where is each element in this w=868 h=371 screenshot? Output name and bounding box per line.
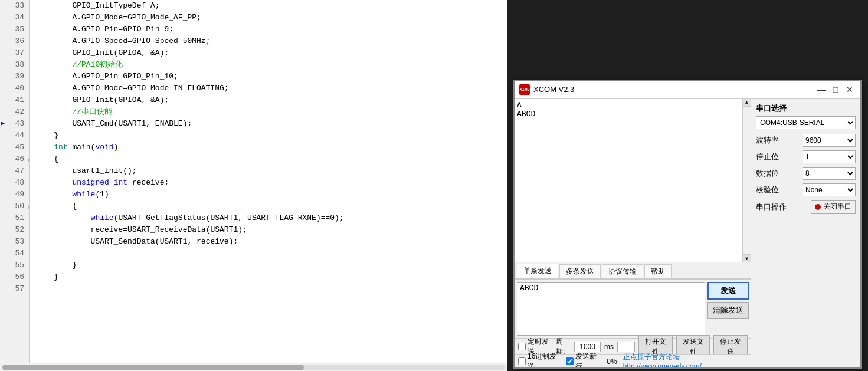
baud-label: 波特率 — [756, 135, 779, 146]
ln-51: 51 — [0, 212, 29, 224]
code-line-45: int main(void) — [35, 142, 507, 153]
ln-44: 44 — [0, 130, 29, 142]
code-line-43: USART_Cmd(USART1, ENABLE); — [35, 118, 507, 130]
serial-op-row: 串口操作 关闭串口 — [756, 200, 856, 214]
close-serial-label: 关闭串口 — [823, 202, 851, 212]
serial-select-label: 串口选择 — [756, 103, 856, 114]
serial-select[interactable]: COM4:USB-SERIAL — [756, 116, 856, 129]
code-line-51: while(USART_GetFlagStatus(USART1, USART_… — [35, 212, 507, 224]
scrollbar-track[interactable] — [2, 365, 505, 370]
ln-56: 56 — [0, 271, 29, 283]
ln-54: 54 — [0, 248, 29, 260]
progress-indicator: 0% — [607, 357, 617, 366]
code-line-35: A.GPIO_Pin=GPIO_Pin_9; — [35, 24, 507, 35]
send-button[interactable]: 发送 — [707, 282, 749, 300]
code-line-53: USART_SendData(USART1, receive); — [35, 236, 507, 248]
hex-send-label: 16进制发送 — [528, 352, 560, 368]
xcom-app-icon: ATKINCOM — [519, 84, 530, 95]
baud-row: 波特率 9600 — [756, 134, 856, 147]
newline-checkbox[interactable] — [566, 357, 574, 365]
clear-send-button[interactable]: 清除发送 — [707, 302, 749, 319]
window-controls: — □ ✕ — [815, 84, 856, 96]
code-line-54 — [35, 248, 507, 260]
close-button[interactable]: ✕ — [844, 84, 856, 96]
ln-39: 39 — [0, 71, 29, 83]
code-line-41: GPIO_Init(GPIOA, &A); — [35, 94, 507, 106]
code-line-33: GPIO_InitTypeDef A; — [35, 0, 507, 12]
ms-label: ms — [604, 343, 614, 351]
ln-45: 45 — [0, 142, 29, 153]
minimize-button[interactable]: — — [815, 84, 827, 96]
receive-text-abcd: ABCD — [517, 110, 748, 119]
hex-send-group: 16进制发送 — [518, 352, 560, 368]
ln-37: 37 — [0, 47, 29, 59]
code-line-44: } — [35, 130, 507, 142]
data-label: 数据位 — [756, 168, 779, 179]
data-select[interactable]: 8 — [803, 167, 856, 180]
timed-send-checkbox[interactable] — [518, 343, 526, 350]
ln-55: 55 — [0, 260, 29, 271]
ln-33: 33 — [0, 0, 29, 12]
newline-label: 发送新行 — [575, 352, 601, 368]
tab-single-send[interactable]: 单条发送 — [517, 264, 558, 278]
scrollbar-thumb[interactable] — [2, 365, 304, 370]
close-serial-button[interactable]: 关闭串口 — [811, 200, 856, 214]
xcom-body: A ABCD ▲ ▼ 单条发送 多条发送 协议传输 帮助 ABCD 发送 — [515, 99, 860, 367]
ln-41: 41 — [0, 94, 29, 106]
receive-area[interactable]: A ABCD ▲ ▼ — [515, 99, 751, 262]
stop-row: 停止位 1 — [756, 150, 856, 163]
tab-protocol[interactable]: 协议传输 — [602, 264, 643, 278]
xcom-title: XCOM V2.3 — [533, 85, 815, 94]
period-input[interactable] — [574, 342, 601, 352]
ln-52: 52 — [0, 224, 29, 236]
xcom-tabs: 单条发送 多条发送 协议传输 帮助 — [515, 262, 751, 279]
code-line-37: GPIO_Init(GPIOA, &A); — [35, 47, 507, 59]
ln-48: 48 — [0, 177, 29, 189]
receive-scrollbar[interactable]: ▲ ▼ — [742, 99, 751, 262]
tab-multi-send[interactable]: 多条发送 — [559, 264, 601, 278]
code-line-40: A.GPIO_Mode=GPIO_Mode_IN_FLOATING; — [35, 83, 507, 94]
ln-49: 49 — [0, 189, 29, 201]
code-line-46: { — [35, 153, 507, 165]
ln-42: 42 — [0, 106, 29, 118]
hex-send-checkbox[interactable] — [518, 357, 526, 365]
code-line-52: receive=USART_ReceiveData(USART1); — [35, 224, 507, 236]
code-line-56: } — [35, 271, 507, 283]
code-line-48: unsigned int receive; — [35, 177, 507, 189]
code-line-55: } — [35, 260, 507, 271]
send-input[interactable]: ABCD — [517, 282, 705, 336]
code-editor: 33 34 35 36 37 38 39 40 41 42 43 44 45 4… — [0, 0, 507, 371]
send-area: ABCD 发送 清除发送 — [515, 279, 751, 338]
ln-46: 46 ⊟ — [0, 153, 29, 165]
data-row: 数据位 8 — [756, 167, 856, 180]
ln-40: 40 — [0, 83, 29, 94]
restore-button[interactable]: □ — [830, 84, 841, 96]
scrollbar-up[interactable]: ▲ — [743, 99, 751, 107]
send-buttons: 发送 清除发送 — [707, 282, 749, 336]
code-line-34: A.GPIO_Mode=GPIO_Mode_AF_PP; — [35, 12, 507, 24]
code-line-47: usart1_init(); — [35, 165, 507, 177]
ln-53: 53 — [0, 236, 29, 248]
code-line-38: //PA10初始化 — [35, 59, 507, 71]
parity-label: 校验位 — [756, 185, 779, 195]
editor-scrollbar[interactable] — [0, 363, 507, 371]
baud-select[interactable]: 9600 — [803, 134, 856, 147]
send-input-row: ABCD 发送 清除发送 — [515, 280, 751, 338]
code-line-50: { — [35, 201, 507, 212]
tab-help[interactable]: 帮助 — [644, 264, 672, 278]
extra-input[interactable] — [617, 342, 635, 352]
ln-57: 57 — [0, 283, 29, 295]
parity-select[interactable]: None — [803, 183, 856, 196]
forum-link[interactable]: 正点原子官方论坛http://www.openedv.com/ — [623, 352, 748, 367]
ln-47: 47 — [0, 165, 29, 177]
settings-panel: 串口选择 COM4:USB-SERIAL 波特率 9600 停止位 1 数据位 … — [751, 99, 860, 367]
code-text-area[interactable]: GPIO_InitTypeDef A; A.GPIO_Mode=GPIO_Mod… — [30, 0, 507, 363]
ln-35: 35 — [0, 24, 29, 35]
code-line-39: A.GPIO_Pin=GPIO_Pin_10; — [35, 71, 507, 83]
stop-select[interactable]: 1 — [803, 150, 856, 163]
line-numbers: 33 34 35 36 37 38 39 40 41 42 43 44 45 4… — [0, 0, 30, 363]
ln-50: 50 ⊟ — [0, 201, 29, 212]
red-dot-icon — [815, 204, 821, 210]
xcom-titlebar: ATKINCOM XCOM V2.3 — □ ✕ — [515, 81, 860, 99]
scrollbar-down[interactable]: ▼ — [743, 254, 751, 262]
